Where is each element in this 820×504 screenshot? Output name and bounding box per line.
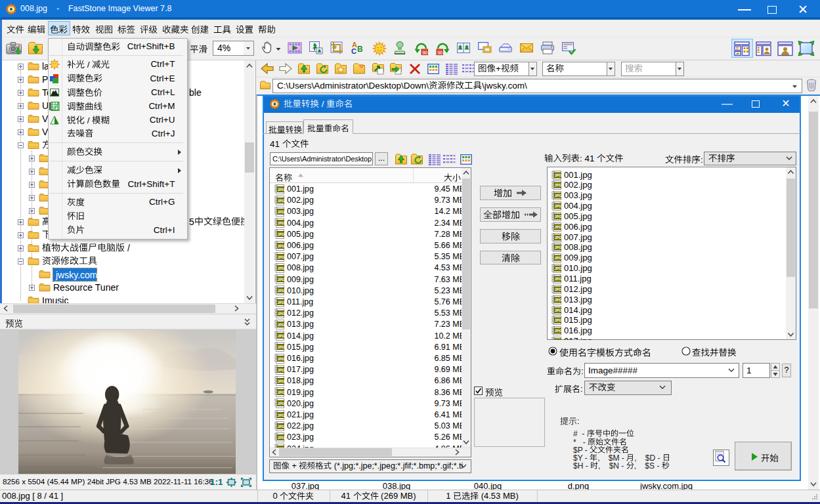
svg-text:JPG: JPG xyxy=(278,311,284,315)
svg-text:JPG: JPG xyxy=(278,232,284,236)
svg-text:JPG: JPG xyxy=(555,256,561,260)
svg-text:JPG: JPG xyxy=(278,334,284,338)
svg-text:JPG: JPG xyxy=(278,221,284,225)
svg-text:JPG: JPG xyxy=(555,287,561,291)
svg-text:JPG: JPG xyxy=(278,266,284,270)
svg-text:JPG: JPG xyxy=(555,246,561,250)
svg-text:JPG: JPG xyxy=(555,184,561,188)
svg-text:JPG: JPG xyxy=(278,278,284,282)
svg-text:JPG: JPG xyxy=(555,308,561,312)
svg-text:C: C xyxy=(351,47,356,55)
svg-text:JPG: JPG xyxy=(555,194,561,198)
svg-text:JPG: JPG xyxy=(555,319,561,323)
svg-text:B: B xyxy=(357,45,363,54)
svg-text:JPG: JPG xyxy=(278,243,284,247)
svg-text:JPG: JPG xyxy=(555,204,561,208)
svg-text:90: 90 xyxy=(422,50,427,56)
svg-text:JPG: JPG xyxy=(278,356,284,360)
svg-text:JPG: JPG xyxy=(555,236,561,240)
svg-text:JPG: JPG xyxy=(278,323,284,327)
svg-text:JPG: JPG xyxy=(555,215,561,219)
svg-text:90: 90 xyxy=(437,50,442,56)
svg-text:JPG: JPG xyxy=(555,225,561,229)
svg-text:JPG: JPG xyxy=(555,266,561,270)
svg-text:JPG: JPG xyxy=(555,339,561,340)
svg-text:JPG: JPG xyxy=(278,368,284,371)
svg-text:JPG: JPG xyxy=(278,436,284,440)
svg-text:JPG: JPG xyxy=(278,210,284,214)
svg-text:JPG: JPG xyxy=(278,390,284,394)
svg-text:JPG: JPG xyxy=(555,298,561,302)
svg-text:JPG: JPG xyxy=(278,345,284,349)
svg-text:JPG: JPG xyxy=(278,379,284,383)
svg-text:JPG: JPG xyxy=(278,402,284,406)
svg-text:JPG: JPG xyxy=(278,289,284,293)
svg-text:JPG: JPG xyxy=(278,424,284,428)
svg-text:JPG: JPG xyxy=(555,329,561,333)
svg-text:JPG: JPG xyxy=(278,300,284,304)
svg-text:JPG: JPG xyxy=(278,255,284,259)
svg-text:JPG: JPG xyxy=(278,198,284,202)
svg-text:JPG: JPG xyxy=(278,187,284,191)
svg-text:JPG: JPG xyxy=(555,277,561,281)
svg-text:JPG: JPG xyxy=(278,413,284,417)
svg-text:JPG: JPG xyxy=(555,173,561,177)
